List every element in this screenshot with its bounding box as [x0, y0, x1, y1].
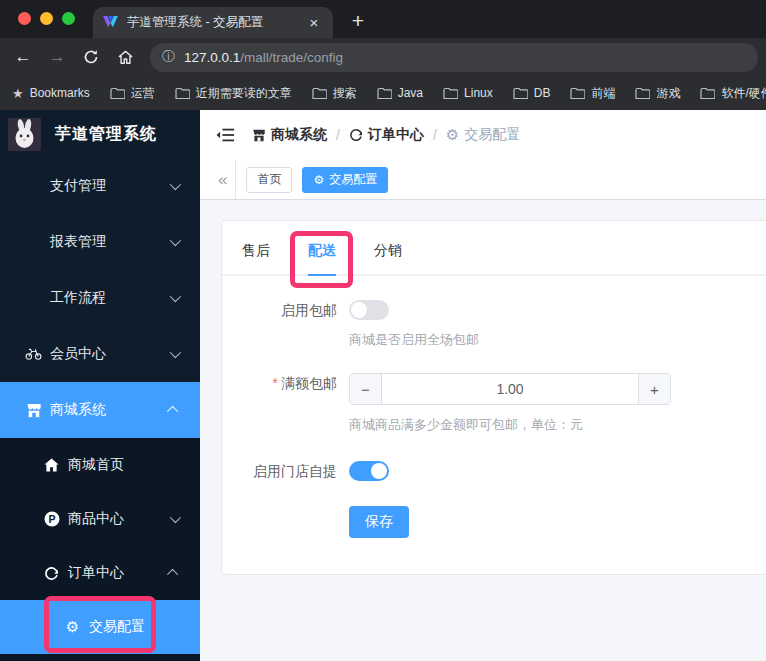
- sidebar-item-label: 工作流程: [50, 289, 106, 307]
- site-info-icon[interactable]: ⓘ: [162, 48, 175, 66]
- free-shipping-row: 启用包邮 商城是否启用全场包邮: [242, 300, 766, 348]
- bookmark-folder-label: Linux: [464, 86, 493, 100]
- star-icon: ★: [12, 86, 24, 101]
- tab-label: 分销: [374, 242, 402, 258]
- tab-distribution[interactable]: 分销: [374, 242, 402, 274]
- collapse-tags-icon[interactable]: «: [210, 160, 236, 199]
- save-button[interactable]: 保存: [349, 506, 409, 538]
- delivery-form: 启用包邮 商城是否启用全场包邮 *满额包邮 −: [222, 300, 766, 538]
- bookmark-folder-label: 运营: [131, 85, 155, 102]
- sidebar-item-mall-system[interactable]: 商城系统: [0, 382, 200, 438]
- bookmark-folder-search[interactable]: 搜索: [312, 85, 357, 102]
- breadcrumb-label: 商城系统: [271, 126, 327, 144]
- svg-text:P: P: [48, 513, 55, 525]
- breadcrumb-trade-config: ⚙ 交易配置: [446, 126, 520, 144]
- sidebar-item-label: 报表管理: [50, 233, 106, 251]
- browser-tab[interactable]: 芋道管理系统 - 交易配置 ×: [93, 7, 333, 38]
- tag-home[interactable]: 首页: [246, 167, 292, 193]
- breadcrumb-label: 订单中心: [368, 126, 424, 144]
- free-shipping-help: 商城是否启用全场包邮: [349, 332, 766, 348]
- sidebar-submenu: 商城首页 P 商品中心: [0, 438, 200, 661]
- chevron-up-icon: [167, 406, 178, 417]
- new-tab-button[interactable]: +: [344, 7, 372, 35]
- order-refresh-icon: [43, 566, 60, 581]
- tag-trade-config[interactable]: ⚙ 交易配置: [302, 167, 388, 193]
- tag-label: 首页: [257, 171, 281, 188]
- close-window-button[interactable]: [18, 12, 31, 25]
- maximize-window-button[interactable]: [62, 12, 75, 25]
- bookmark-folder-label: 搜索: [333, 85, 357, 102]
- sidebar-item-workflow[interactable]: 工作流程: [0, 270, 200, 326]
- threshold-row: *满额包邮 − + 商城商品满多少金额即可包邮，单位：元: [242, 373, 766, 433]
- order-refresh-icon: [349, 128, 363, 142]
- reload-button[interactable]: [76, 42, 106, 72]
- tab-title: 芋道管理系统 - 交易配置: [127, 14, 305, 31]
- tab-aftersale[interactable]: 售后: [242, 242, 270, 274]
- back-button[interactable]: ←: [8, 42, 38, 72]
- chevron-down-icon: [170, 291, 181, 302]
- free-shipping-toggle[interactable]: [349, 300, 389, 320]
- config-tabs: 售后 配送 分销: [222, 221, 766, 276]
- bookmark-folder-java[interactable]: Java: [377, 86, 423, 100]
- chevron-down-icon: [170, 179, 181, 190]
- bookmark-folder-linux[interactable]: Linux: [443, 86, 493, 100]
- threshold-input[interactable]: [382, 374, 638, 404]
- breadcrumb-order-center[interactable]: 订单中心: [349, 126, 424, 144]
- sidebar-item-payment[interactable]: 支付管理: [0, 158, 200, 214]
- gear-icon: ⚙: [313, 174, 324, 186]
- breadcrumb-mall-system[interactable]: 商城系统: [252, 126, 327, 144]
- chevron-up-icon: [167, 569, 178, 580]
- url-host: 127.0.0.1: [184, 50, 240, 65]
- save-row: 保存: [242, 506, 766, 538]
- bookmark-folder-label: 游戏: [656, 85, 680, 102]
- bookmark-folder-label: DB: [534, 86, 551, 100]
- gear-icon: ⚙: [446, 128, 459, 143]
- forward-button[interactable]: →: [42, 42, 72, 72]
- tab-label: 配送: [308, 242, 336, 258]
- bookmark-folder-games[interactable]: 游戏: [635, 85, 680, 102]
- threshold-stepper: − +: [349, 373, 671, 405]
- tab-label: 售后: [242, 242, 270, 258]
- chevron-down-icon: [170, 512, 181, 523]
- bookmarks-bar: ★ Bookmarks 运营 近期需要读的文章 搜索 Java Linux DB: [0, 76, 766, 110]
- minimize-window-button[interactable]: [40, 12, 53, 25]
- browser-toolbar: ← → ⓘ 127.0.0.1/mall/trade/config: [0, 38, 766, 76]
- content-area: 售后 配送 分销 启用包邮: [200, 200, 766, 661]
- hamburger-icon[interactable]: [216, 126, 236, 144]
- bookmark-folder-db[interactable]: DB: [513, 86, 551, 100]
- required-mark: *: [273, 375, 278, 391]
- sidebar-item-mall-home[interactable]: 商城首页: [0, 438, 200, 492]
- threshold-label: *满额包邮: [242, 373, 349, 433]
- tab-close-icon[interactable]: ×: [305, 14, 323, 31]
- chevron-down-icon: [170, 235, 181, 246]
- bookmark-folder-software[interactable]: 软件/硬件: [700, 85, 766, 102]
- tab-strip: 芋道管理系统 - 交易配置 × +: [0, 0, 766, 38]
- bookmark-folder-yunying[interactable]: 运营: [110, 85, 155, 102]
- stepper-decrease-button[interactable]: −: [350, 374, 382, 404]
- sidebar-item-trade-config[interactable]: ⚙ 交易配置: [0, 600, 200, 654]
- sidebar-item-product-center[interactable]: P 商品中心: [0, 492, 200, 546]
- tab-delivery[interactable]: 配送: [308, 242, 336, 274]
- bookmark-folder-label: 软件/硬件: [721, 85, 766, 102]
- sidebar-item-label: 会员中心: [50, 345, 106, 363]
- breadcrumb: 商城系统 / 订单中心 / ⚙ 交易配置: [252, 126, 520, 144]
- home-button[interactable]: [110, 42, 140, 72]
- sidebar-item-label: 商城系统: [50, 401, 106, 419]
- bookmarks-label: Bookmarks: [30, 86, 90, 100]
- url-text: 127.0.0.1/mall/trade/config: [184, 50, 343, 65]
- sidebar-item-report[interactable]: 报表管理: [0, 214, 200, 270]
- breadcrumb-label: 交易配置: [464, 126, 520, 144]
- bookmark-folder-frontend[interactable]: 前端: [570, 85, 615, 102]
- sidebar-item-order-center[interactable]: 订单中心: [0, 546, 200, 600]
- stepper-increase-button[interactable]: +: [638, 374, 670, 404]
- bookmarks-manager[interactable]: ★ Bookmarks: [12, 86, 90, 101]
- bookmark-folder-articles[interactable]: 近期需要读的文章: [175, 85, 292, 102]
- tags-view-bar: « 首页 ⚙ 交易配置: [200, 160, 766, 200]
- pickup-toggle[interactable]: [349, 461, 389, 481]
- chevron-down-icon: [170, 347, 181, 358]
- sidebar-item-member-center[interactable]: 会员中心: [0, 326, 200, 382]
- config-card: 售后 配送 分销 启用包邮: [221, 220, 766, 575]
- address-bar[interactable]: ⓘ 127.0.0.1/mall/trade/config: [150, 43, 758, 72]
- sidebar-item-label: 商品中心: [68, 510, 124, 528]
- main-area: 商城系统 / 订单中心 / ⚙ 交易配置: [200, 110, 766, 661]
